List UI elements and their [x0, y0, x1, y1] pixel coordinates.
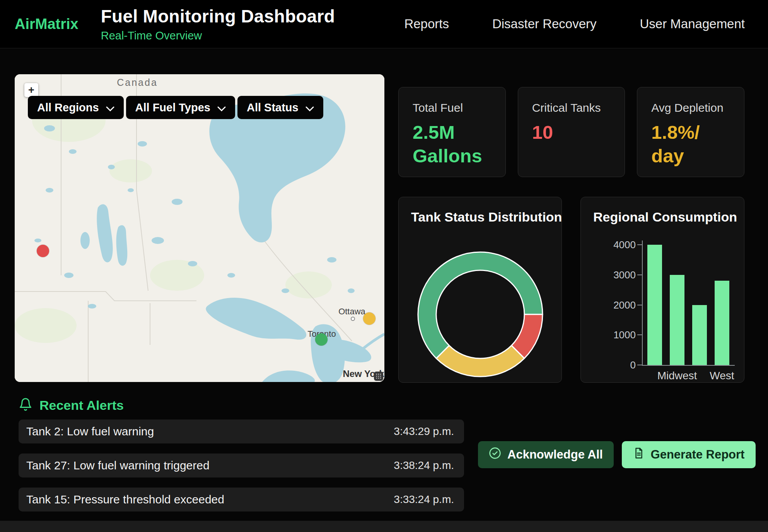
stat-cards: Total Fuel 2.5M Gallons Critical Tanks 1…: [398, 87, 744, 177]
acknowledge-all-label: Acknowledge All: [507, 448, 603, 462]
alert-row: Tank 15: Pressure threshold exceeded 3:3…: [19, 488, 464, 512]
page-subtitle: Real-Time Overview: [101, 29, 335, 42]
drag-dots-icon: [375, 373, 382, 379]
circle-check-icon: [489, 447, 501, 462]
alert-row: Tank 27: Low fuel warning triggered 3:38…: [19, 454, 464, 477]
tank-marker-normal[interactable]: [315, 333, 328, 346]
alert-time: 3:38:24 p.m.: [394, 459, 454, 472]
x-axis: [642, 365, 735, 366]
map-resize-handle[interactable]: [374, 372, 383, 381]
regional-consumption-panel: Regional Consumption 01000200030004000Mi…: [580, 197, 744, 383]
tank-marker-critical[interactable]: [37, 245, 49, 257]
generate-report-label: Generate Report: [651, 448, 745, 462]
alert-message: Tank 27: Low fuel warning triggered: [26, 459, 210, 472]
x-labels: MidwestWest: [647, 370, 729, 382]
y-tick-mark: [637, 305, 642, 305]
x-tick-label: Midwest: [670, 370, 684, 382]
stat-label: Avg Depletion: [651, 101, 730, 114]
alert-message: Tank 2: Low fuel warning: [26, 425, 154, 438]
stat-value: 10: [532, 121, 611, 144]
y-tick-label: 0: [592, 359, 636, 371]
tank-status-donut: [399, 197, 562, 383]
region-filter-value: All Regions: [37, 101, 99, 114]
alert-time: 3:43:29 p.m.: [394, 425, 454, 438]
nav-reports[interactable]: Reports: [404, 17, 449, 31]
map-label-ottawa: Ottawa: [338, 307, 365, 317]
y-tick-label: 1000: [592, 329, 636, 341]
document-icon: [633, 447, 645, 462]
generate-report-button[interactable]: Generate Report: [622, 441, 756, 468]
main-nav: Reports Disaster Recovery User Managemen…: [404, 17, 745, 31]
chevron-down-icon: [305, 101, 314, 114]
alert-message: Tank 15: Pressure threshold exceeded: [26, 493, 224, 506]
alerts-header: Recent Alerts: [19, 397, 124, 413]
bars: [647, 245, 729, 365]
y-tick-mark: [637, 365, 642, 365]
tank-marker-warning[interactable]: [363, 312, 375, 325]
y-tick-label: 3000: [592, 269, 636, 281]
bar-1: [670, 275, 684, 365]
bar-3: [715, 281, 729, 365]
donut-slice-warning: [436, 346, 524, 377]
stat-card-critical-tanks: Critical Tanks 10: [518, 87, 625, 177]
y-tick-mark: [637, 244, 642, 245]
y-tick-mark: [637, 334, 642, 335]
region-filter[interactable]: All Regions: [28, 96, 124, 119]
chevron-down-icon: [217, 101, 226, 114]
page-title: Fuel Monitoring Dashboard: [101, 6, 335, 27]
bar-0: [647, 245, 662, 365]
brand-logo: AirMatrix: [15, 16, 79, 32]
status-filter-value: All Status: [247, 101, 299, 114]
stat-label: Critical Tanks: [532, 101, 611, 114]
stat-value: 2.5M Gallons: [413, 121, 492, 168]
y-tick-label: 4000: [592, 239, 636, 251]
stat-card-total-fuel: Total Fuel 2.5M Gallons: [398, 87, 506, 177]
stat-card-avg-depletion: Avg Depletion 1.8%/ day: [637, 87, 744, 177]
nav-user-management[interactable]: User Management: [640, 17, 745, 31]
header: AirMatrix Fuel Monitoring Dashboard Real…: [0, 0, 768, 48]
map-filters: All Regions All Fuel Types All Status: [28, 96, 323, 119]
y-axis: [642, 240, 643, 366]
ottawa-town-dot: [351, 317, 355, 321]
bell-icon: [19, 397, 32, 413]
y-tick-label: 2000: [592, 299, 636, 311]
title-block: Fuel Monitoring Dashboard Real-Time Over…: [101, 6, 335, 42]
alert-time: 3:33:24 p.m.: [394, 493, 454, 506]
stat-value: 1.8%/ day: [651, 121, 730, 168]
map[interactable]: Canada Ottawa Toronto New York + All Reg…: [15, 74, 384, 382]
x-tick-label: [692, 370, 707, 382]
alerts-title: Recent Alerts: [39, 398, 124, 413]
regional-consumption-chart: 01000200030004000MidwestWest: [581, 197, 744, 382]
map-label-canada: Canada: [117, 77, 158, 88]
y-tick-mark: [637, 275, 642, 275]
chevron-down-icon: [106, 101, 114, 114]
map-zoom-in-button[interactable]: +: [24, 83, 38, 97]
nav-disaster-recovery[interactable]: Disaster Recovery: [492, 17, 597, 31]
acknowledge-all-button[interactable]: Acknowledge All: [478, 441, 614, 468]
fuel-dashboard: AirMatrix Fuel Monitoring Dashboard Real…: [0, 0, 768, 532]
bar-2: [692, 305, 707, 365]
fuel-type-filter[interactable]: All Fuel Types: [126, 96, 235, 119]
x-tick-label: West: [715, 370, 729, 382]
status-filter[interactable]: All Status: [237, 96, 323, 119]
fuel-type-filter-value: All Fuel Types: [135, 101, 210, 114]
stat-label: Total Fuel: [413, 101, 492, 114]
tank-status-panel: Tank Status Distribution: [398, 197, 562, 383]
bottom-strip: [0, 521, 768, 532]
alert-row: Tank 2: Low fuel warning 3:43:29 p.m.: [19, 419, 464, 443]
